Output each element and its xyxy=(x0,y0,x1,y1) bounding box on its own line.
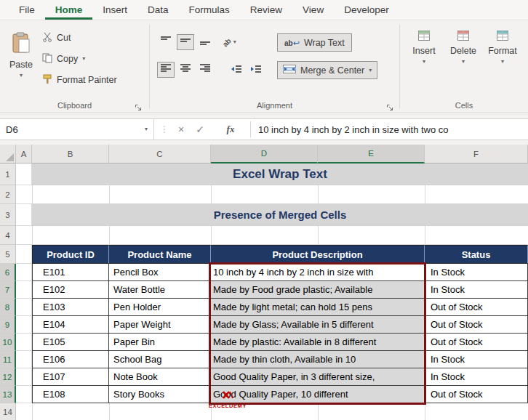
col-header-f[interactable]: F xyxy=(425,145,528,163)
header-product-id[interactable]: Product ID xyxy=(32,245,109,264)
row-header-12[interactable]: 12 xyxy=(0,368,16,386)
tab-developer[interactable]: Developer xyxy=(334,0,399,20)
align-left-button[interactable] xyxy=(157,62,175,78)
empty-row-cells[interactable] xyxy=(16,226,528,245)
cell-product-description[interactable]: Made by Food grade plastic; Available xyxy=(211,281,425,299)
row-header-9[interactable]: 9 xyxy=(0,316,16,334)
cell-a8[interactable] xyxy=(16,299,32,316)
cell-a7[interactable] xyxy=(16,281,32,299)
header-status[interactable]: Status xyxy=(425,245,528,264)
tab-data[interactable]: Data xyxy=(137,0,179,20)
tab-file[interactable]: File xyxy=(9,0,45,20)
cell-a6[interactable] xyxy=(16,264,32,281)
name-box[interactable]: D6 ▾ xyxy=(0,119,154,140)
cell-a10[interactable] xyxy=(16,334,32,351)
format-button[interactable]: Format ▾ xyxy=(484,31,521,65)
alignment-dialog-launcher[interactable] xyxy=(386,101,395,110)
format-painter-button[interactable]: Format Painter xyxy=(42,73,117,87)
col-header-c[interactable]: C xyxy=(109,145,211,163)
cell-product-id[interactable]: E105 xyxy=(32,334,109,351)
cell-product-name[interactable]: Story Books xyxy=(109,386,211,403)
col-header-b[interactable]: B xyxy=(32,145,109,163)
cell-status[interactable]: In Stock xyxy=(425,281,528,299)
cell-product-description-active[interactable]: 10 inch by 4 inch by 2 inch in size with xyxy=(211,264,425,281)
copy-button[interactable]: Copy ▾ xyxy=(42,52,117,66)
tab-review[interactable]: Review xyxy=(240,0,292,20)
cell-a5[interactable] xyxy=(16,245,32,264)
align-right-button[interactable] xyxy=(196,62,214,78)
cell-product-id[interactable]: E101 xyxy=(32,264,109,281)
decrease-indent-button[interactable] xyxy=(228,62,245,78)
cell-product-id[interactable]: E104 xyxy=(32,316,109,334)
cell-status[interactable]: Out of Stock xyxy=(425,316,528,334)
align-center-button[interactable] xyxy=(177,62,194,78)
delete-button[interactable]: Delete ▾ xyxy=(445,31,481,65)
tab-insert[interactable]: Insert xyxy=(92,0,137,20)
row-header-2[interactable]: 2 xyxy=(0,185,16,204)
cell-a13[interactable] xyxy=(16,386,32,403)
col-header-d[interactable]: D xyxy=(211,145,318,163)
cell-a11[interactable] xyxy=(16,351,32,368)
cell-product-name[interactable]: Water Bottle xyxy=(109,281,211,299)
align-middle-button[interactable] xyxy=(177,34,194,50)
cell-product-id[interactable]: E106 xyxy=(32,351,109,368)
select-all-corner[interactable] xyxy=(0,145,16,163)
clipboard-dialog-launcher[interactable] xyxy=(135,101,143,110)
subtitle-merged-cell[interactable]: Presence of Merged Cells xyxy=(32,204,528,226)
col-header-e[interactable]: E xyxy=(318,145,425,163)
cell-product-name[interactable]: Note Book xyxy=(109,368,211,386)
cell-a9[interactable] xyxy=(16,316,32,334)
title-merged-cell[interactable]: Excel Wrap Text xyxy=(32,163,528,185)
empty-row-cells[interactable] xyxy=(16,185,528,204)
row-header-14[interactable]: 14 xyxy=(0,403,16,420)
cell-status[interactable]: Out of Stock xyxy=(425,299,528,316)
paste-button[interactable]: Paste ▾ xyxy=(4,29,38,96)
cell-product-name[interactable]: School Bag xyxy=(109,351,211,368)
row-header-13[interactable]: 13 xyxy=(0,386,16,403)
row-header-4[interactable]: 4 xyxy=(0,226,16,245)
cell-status[interactable]: Out of Stock xyxy=(425,386,528,403)
cell-a1[interactable] xyxy=(16,163,32,185)
cell-product-name[interactable]: Pen Holder xyxy=(109,299,211,316)
col-header-a[interactable]: A xyxy=(16,145,32,163)
cell-product-description[interactable]: Good Quality Paper, in 3 different size, xyxy=(211,368,425,386)
cut-button[interactable]: Cut xyxy=(42,31,117,45)
cell-status[interactable]: In Stock xyxy=(425,368,528,386)
cell-product-id[interactable]: E102 xyxy=(32,281,109,299)
cell-a12[interactable] xyxy=(16,368,32,386)
cell-a3[interactable] xyxy=(16,204,32,226)
row-header-6[interactable]: 6 xyxy=(0,264,16,281)
tab-formulas[interactable]: Formulas xyxy=(179,0,240,20)
row-header-11[interactable]: 11 xyxy=(0,351,16,368)
cell-status[interactable]: In Stock xyxy=(425,264,528,281)
row-header-7[interactable]: 7 xyxy=(0,281,16,299)
cell-product-name[interactable]: Paper Weight xyxy=(109,316,211,334)
cell-product-id[interactable]: E103 xyxy=(32,299,109,316)
row-header-3[interactable]: 3 xyxy=(0,204,16,226)
align-top-button[interactable] xyxy=(157,34,175,50)
row-header-8[interactable]: 8 xyxy=(0,299,16,316)
cell-product-description[interactable]: Made by thin cloth, Available in 10 xyxy=(211,351,425,368)
enter-button[interactable]: ✓ xyxy=(191,124,209,135)
insert-button[interactable]: Insert ▾ xyxy=(406,31,442,65)
cell-status[interactable]: Out of Stock xyxy=(425,334,528,351)
cell-product-name[interactable]: Paper Bin xyxy=(109,334,211,351)
cancel-button[interactable]: × xyxy=(172,124,191,135)
cell-product-description[interactable]: Made by light metal; can hold 15 pens xyxy=(211,299,425,316)
tab-home[interactable]: Home xyxy=(45,0,93,20)
orientation-button[interactable]: ab ▾ xyxy=(220,34,239,50)
formula-input[interactable]: 10 inch by 4 inch by 2 inch in size with… xyxy=(258,124,528,135)
header-product-description[interactable]: Product Description xyxy=(211,245,425,264)
cell-product-description[interactable]: Made by Glass; Available in 5 different xyxy=(211,316,425,334)
cell-product-description[interactable]: Made by plastic: Available in 8 differen… xyxy=(211,334,425,351)
wrap-text-button[interactable]: ab↩ Wrap Text xyxy=(277,33,352,52)
cell-product-name[interactable]: Pencil Box xyxy=(109,264,211,281)
row-header-5[interactable]: 5 xyxy=(0,245,16,264)
cell-status[interactable]: In Stock xyxy=(425,351,528,368)
header-product-name[interactable]: Product Name xyxy=(109,245,211,264)
cell-product-id[interactable]: E108 xyxy=(32,386,109,403)
row-header-1[interactable]: 1 xyxy=(0,163,16,185)
increase-indent-button[interactable] xyxy=(247,62,265,78)
tab-view[interactable]: View xyxy=(292,0,334,20)
insert-function-button[interactable]: fx xyxy=(220,124,241,135)
